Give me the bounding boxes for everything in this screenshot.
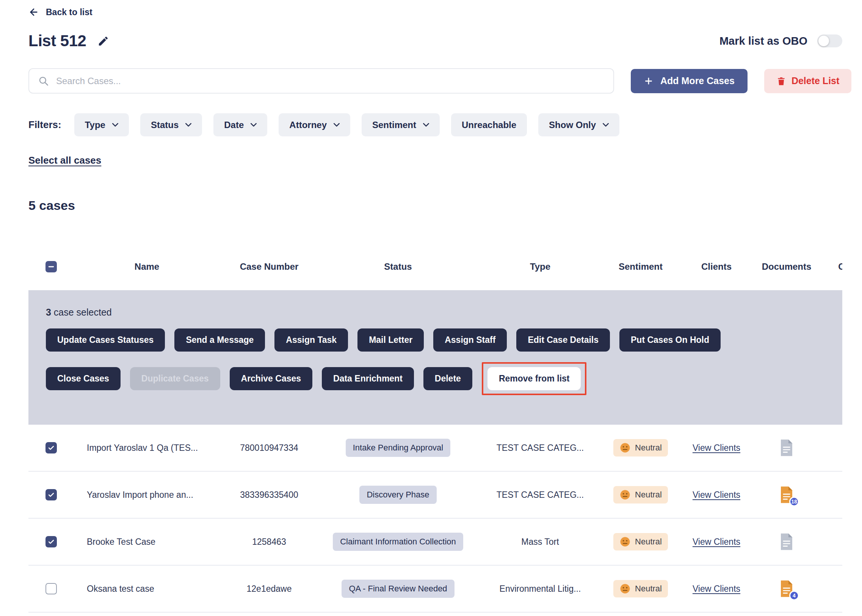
row-checkbox[interactable] — [46, 536, 57, 547]
page: Back to list List 512 Mark list as OBO A… — [0, 0, 862, 613]
sentiment-label: Neutral — [635, 490, 662, 500]
view-clients-link[interactable]: View Clients — [693, 490, 740, 500]
edit-pencil-icon[interactable] — [98, 35, 109, 47]
filter-status-button[interactable]: Status — [140, 113, 202, 137]
view-clients-link[interactable]: View Clients — [693, 537, 740, 547]
chevron-down-icon — [423, 123, 429, 127]
sentiment-cell: Neutral — [603, 533, 679, 550]
delete-button[interactable]: Delete — [424, 367, 472, 390]
selection-count-suffix: case selected — [51, 307, 112, 317]
delete-list-button[interactable]: Delete List — [764, 69, 851, 93]
filter-label: Show Only — [549, 120, 596, 130]
column-header-sentiment: Sentiment — [603, 261, 679, 272]
duplicate-cases-button[interactable]: Duplicate Cases — [130, 367, 220, 390]
filters-label: Filters: — [28, 119, 61, 131]
case-name: Brooke Test Case — [74, 537, 220, 547]
put-cases-on-hold-button[interactable]: Put Cases On Hold — [619, 328, 720, 352]
table-row: Oksana test case12e1edaweQA - Final Revi… — [28, 566, 842, 613]
assign-staff-button[interactable]: Assign Staff — [433, 328, 507, 352]
table-row: Import Yaroslav 1 Qa (TES...780010947334… — [28, 425, 842, 471]
mark-obo-label: Mark list as OBO — [719, 35, 807, 47]
sentiment-label: Neutral — [635, 537, 662, 547]
document-count-badge: 18 — [789, 497, 799, 506]
filter-type-button[interactable]: Type — [74, 113, 129, 137]
case-number: 780010947334 — [220, 443, 318, 453]
search-row: Add More Cases Delete List — [28, 68, 842, 94]
add-more-cases-button[interactable]: Add More Cases — [631, 69, 747, 93]
sentiment-cell: Neutral — [603, 580, 679, 597]
close-cases-button[interactable]: Close Cases — [46, 367, 121, 390]
update-cases-statuses-button[interactable]: Update Cases Statuses — [46, 328, 165, 352]
search-box[interactable] — [28, 68, 614, 94]
filter-label: Unreachable — [462, 120, 516, 130]
highlight-rectangle: Remove from list — [482, 362, 587, 395]
document-icon[interactable] — [779, 533, 794, 551]
archive-cases-button[interactable]: Archive Cases — [230, 367, 313, 390]
filter-unreachable-button[interactable]: Unreachable — [451, 113, 527, 137]
edit-case-details-button[interactable]: Edit Case Details — [516, 328, 610, 352]
filter-date-button[interactable]: Date — [213, 113, 267, 137]
filter-show-only-button[interactable]: Show Only — [538, 113, 619, 137]
trash-icon — [776, 76, 786, 86]
mail-letter-button[interactable]: Mail Letter — [358, 328, 424, 352]
document-icon[interactable]: 18 — [779, 486, 794, 504]
documents-cell — [754, 533, 819, 551]
selection-banner: 3 case selected Update Cases StatusesSen… — [28, 290, 842, 425]
column-header-type: Type — [477, 261, 603, 272]
case-name: Import Yaroslav 1 Qa (TES... — [74, 443, 220, 453]
send-a-message-button[interactable]: Send a Message — [174, 328, 265, 352]
sentiment-cell: Neutral — [603, 439, 679, 457]
chevron-down-icon — [185, 123, 191, 127]
view-clients-link[interactable]: View Clients — [693, 584, 740, 594]
filter-attorney-button[interactable]: Attorney — [279, 113, 350, 137]
add-more-cases-label: Add More Cases — [660, 75, 734, 86]
column-header-clients: Clients — [679, 261, 754, 272]
title-row: List 512 Mark list as OBO — [28, 32, 842, 50]
sentiment-label: Neutral — [635, 443, 662, 453]
neutral-face-icon — [619, 442, 631, 454]
sentiment-badge: Neutral — [613, 486, 668, 503]
selection-count-number: 3 — [46, 307, 51, 317]
filter-sentiment-button[interactable]: Sentiment — [362, 113, 440, 137]
obo-toggle[interactable] — [817, 35, 842, 47]
case-type: Mass Tort — [477, 537, 603, 547]
status-badge: QA - Final Review Needed — [342, 580, 454, 598]
remove-from-list-button[interactable]: Remove from list — [487, 367, 581, 390]
column-header-case-number: Case Number — [220, 261, 318, 272]
row-checkbox-cell — [28, 583, 74, 594]
status-badge: Discovery Phase — [359, 486, 436, 504]
filter-label: Type — [85, 120, 106, 130]
clients-cell: View Clients — [679, 537, 754, 547]
document-icon[interactable] — [779, 439, 794, 457]
clients-cell: View Clients — [679, 584, 754, 594]
case-number: 1258463 — [220, 537, 318, 547]
back-to-list-link[interactable]: Back to list — [46, 7, 93, 17]
header-checkbox-cell — [28, 261, 74, 272]
select-all-checkbox[interactable] — [46, 261, 57, 272]
sentiment-cell: Neutral — [603, 486, 679, 503]
filter-label: Status — [151, 120, 178, 130]
status-cell: Intake Pending Approval — [318, 439, 477, 457]
document-count-badge: 4 — [789, 591, 799, 600]
case-number: 12e1edawe — [220, 584, 318, 594]
plus-icon — [644, 76, 654, 86]
row-checkbox[interactable] — [46, 583, 57, 594]
sentiment-badge: Neutral — [613, 580, 668, 597]
row-checkbox[interactable] — [46, 489, 57, 500]
document-icon[interactable]: 4 — [779, 580, 794, 598]
chevron-down-icon — [251, 123, 257, 127]
delete-list-label: Delete List — [791, 75, 839, 86]
status-cell: Discovery Phase — [318, 486, 477, 504]
select-all-cases-link[interactable]: Select all cases — [28, 154, 101, 166]
case-type: TEST CASE CATEG... — [477, 443, 603, 453]
data-enrichment-button[interactable]: Data Enrichment — [322, 367, 414, 390]
search-input[interactable] — [55, 75, 604, 87]
view-clients-link[interactable]: View Clients — [693, 443, 740, 453]
back-arrow-icon[interactable] — [28, 7, 39, 17]
case-type: Environmental Litig... — [477, 584, 603, 594]
status-cell: QA - Final Review Needed — [318, 580, 477, 598]
table-row: Yaroslav Import phone an...383396335400D… — [28, 471, 842, 519]
neutral-face-icon — [619, 489, 631, 500]
assign-task-button[interactable]: Assign Task — [274, 328, 348, 352]
row-checkbox[interactable] — [46, 442, 57, 454]
